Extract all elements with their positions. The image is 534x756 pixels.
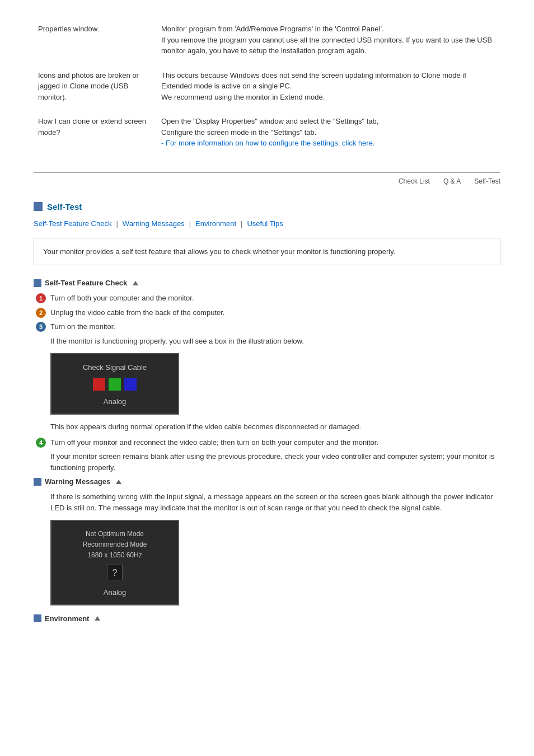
warning-messages-body: If there is something wrong with the inp… [50, 491, 500, 513]
warning-line3: 1680 x 1050 60Hz [60, 550, 169, 561]
warning-messages-title: Warning Messages [45, 477, 110, 486]
intro-text: Your monitor provides a self test featur… [43, 247, 395, 256]
signal-box-label: Analog [63, 397, 167, 406]
step-4-number: 4 [36, 438, 46, 448]
feature-check-icon [34, 279, 41, 287]
subnav-environment[interactable]: Environment [195, 219, 236, 228]
environment-title: Environment [45, 614, 89, 623]
subnav-useful-tips[interactable]: Useful Tips [247, 219, 283, 228]
step4-note: If your monitor screen remains blank aft… [50, 451, 500, 473]
selftest-icon [34, 202, 43, 211]
selftest-section-header: Self-Test [34, 202, 500, 212]
sep-2: | [189, 219, 191, 228]
tab-selftest[interactable]: Self-Test [474, 177, 500, 185]
warning-line1: Not Optimum Mode [60, 529, 169, 539]
warning-messages-icon [34, 478, 41, 486]
step-3-number: 3 [36, 322, 46, 332]
warning-illustration-box: Not Optimum Mode Recommended Mode 1680 x… [50, 520, 179, 605]
sep-3: | [241, 219, 242, 228]
environment-triangle [95, 616, 100, 621]
step-3-text: Turn on the monitor. [50, 321, 115, 332]
step-2: 2 Unplug the video cable from the back o… [34, 307, 500, 318]
tab-qa[interactable]: Q & A [443, 177, 461, 185]
table-row: How I can clone or extend screen mode? O… [34, 109, 500, 156]
faq-answer-1: Monitor' program from 'Add/Remove Progra… [157, 17, 500, 63]
step-2-number: 2 [36, 308, 46, 318]
signal-sq-green [109, 378, 121, 391]
warning-line2: Recommended Mode [60, 539, 169, 550]
feature-check-header: Self-Test Feature Check [34, 279, 500, 287]
tab-checklist[interactable]: Check List [399, 177, 430, 185]
step-4: 4 Turn off your monitor and reconnect th… [34, 437, 500, 448]
step-2-text: Unplug the video cable from the back of … [50, 307, 224, 318]
sub-nav: Self-Test Feature Check | Warning Messag… [34, 219, 500, 228]
feature-check-triangle [133, 281, 138, 285]
warning-messages-header: Warning Messages [34, 477, 500, 486]
environment-header: Environment [34, 614, 500, 623]
environment-icon [34, 614, 41, 622]
signal-sq-blue [124, 378, 137, 391]
step-1: 1 Turn off both your computer and the mo… [34, 293, 500, 304]
warning-question-mark: ? [107, 565, 123, 580]
table-row: Properties window. Monitor' program from… [34, 17, 500, 63]
faq-table: Properties window. Monitor' program from… [34, 17, 500, 156]
signal-check-box: Check Signal Cable Analog [50, 353, 179, 415]
signal-sq-red [93, 378, 105, 391]
selftest-title: Self-Test [47, 202, 82, 212]
sep-1: | [116, 219, 118, 228]
signal-box-title: Check Signal Cable [63, 363, 167, 372]
configure-settings-link[interactable]: - For more information on how to configu… [161, 139, 375, 147]
nav-tabs-bar: Check List Q & A Self-Test [34, 172, 500, 185]
faq-answer-3: Open the "Display Properties" window and… [157, 109, 500, 156]
subnav-warning-messages[interactable]: Warning Messages [123, 219, 185, 228]
faq-question-1: Properties window. [34, 17, 157, 63]
faq-question-3: How I can clone or extend screen mode? [34, 109, 157, 156]
step-1-number: 1 [36, 293, 46, 303]
faq-answer-2: This occurs because Windows does not sen… [157, 63, 500, 110]
step-3: 3 Turn on the monitor. [34, 321, 500, 332]
warning-box-label: Analog [60, 588, 169, 597]
signal-squares [63, 378, 167, 391]
faq-question-2: Icons and photos are broken or jagged in… [34, 63, 157, 110]
intro-info-box: Your monitor provides a self test featur… [34, 238, 500, 266]
step-1-text: Turn off both your computer and the moni… [50, 293, 194, 304]
warning-messages-triangle [116, 480, 121, 484]
feature-check-title: Self-Test Feature Check [45, 279, 127, 287]
subnav-selftest-feature[interactable]: Self-Test Feature Check [34, 219, 111, 228]
step-4-text: Turn off your monitor and reconnect the … [50, 437, 378, 448]
step-3-note: If the monitor is functioning properly, … [50, 336, 500, 347]
step3-post-note: This box appears during normal operation… [50, 421, 500, 433]
table-row: Icons and photos are broken or jagged in… [34, 63, 500, 110]
